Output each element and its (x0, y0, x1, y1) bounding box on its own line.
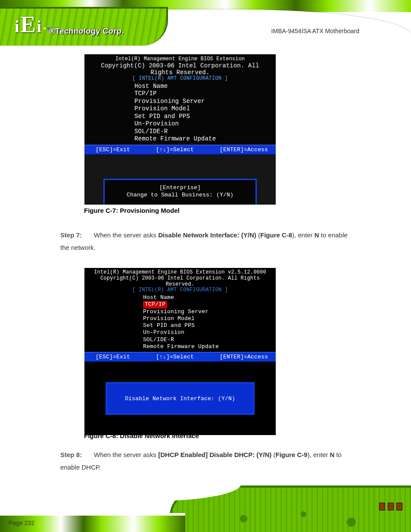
bios-dialog-area: Disable Network Interface: (Y/N) (84, 362, 276, 435)
bios-menu: Host Name TCP/IP Provisioning Server Pro… (84, 294, 276, 352)
page-footer (0, 485, 411, 532)
bios-dialog[interactable]: Disable Network Interface: (Y/N) (106, 382, 255, 415)
step-7-paragraph: Step 7:When the server asks Disable Netw… (60, 229, 358, 254)
bios-dialog-area: [Enterprise] Change to Small Business: (… (84, 155, 276, 205)
bios-title: Intel(R) Management Engine BIOS Extensio… (88, 270, 272, 276)
bios-help-bar: [ESC]=Exit [↑↓]=Select [ENTER]=Access (84, 145, 276, 155)
bios-menu-item[interactable]: Provisioning Server (134, 98, 276, 106)
body-text: ), enter (292, 231, 314, 239)
body-bold: Figure C-9 (276, 451, 308, 458)
body-bold: N (330, 451, 334, 458)
help-select: [↑↓]=Select (156, 146, 194, 153)
bios-menu: Host Name TCP/IP Provisioning Server Pro… (84, 83, 276, 145)
bios-menu-item[interactable]: SOL/IDE-R (143, 336, 276, 343)
body-text: When the server asks (94, 451, 158, 458)
body-bold: Disable Network Interface: (Y/N) (158, 231, 256, 239)
selected-highlight: TCP/IP (143, 301, 167, 308)
bios-title-area: Intel(R) Management Engine BIOS Extensio… (84, 55, 276, 83)
bios-copyright: Copyright(C) 2003-06 Intel Corporation. … (88, 276, 272, 288)
bios-menu-item-selected[interactable]: TCP/IP (143, 301, 276, 308)
bios-help-bar: [ESC]=Exit [↑↓]=Select [ENTER]=Access (84, 352, 276, 362)
step-8-paragraph: Step 8:When the server asks [DHCP Enable… (60, 449, 362, 473)
help-enter: [ENTER]=Access (220, 354, 268, 360)
bios-title-area: Intel(R) Management Engine BIOS Extensio… (84, 268, 276, 294)
help-enter: [ENTER]=Access (220, 146, 268, 153)
bios-section-label: [ INTEL(R) AMT CONFIGURATION ] (88, 287, 272, 293)
body-bold: Figure C-8 (260, 231, 292, 239)
bios-menu-item[interactable]: Provision Model (143, 315, 276, 322)
bios-menu-item[interactable]: Un-Provision (143, 329, 276, 336)
dialog-line: Change to Small Business: (Y/N) (105, 192, 255, 199)
doc-title: IMBA-9454ISA ATX Motherboard (271, 28, 359, 34)
bios-menu-item[interactable]: Un-Provision (134, 120, 276, 128)
company-logo: i E i (15, 11, 51, 38)
help-esc: [ESC]=Exit (96, 354, 130, 360)
help-esc: [ESC]=Exit (96, 146, 130, 153)
logo-letter: E (20, 11, 36, 38)
help-select: [↑↓]=Select (156, 354, 194, 360)
figure-caption: Figure C-8: Disable Network Interface (84, 432, 199, 439)
bios-copyright: Copyright(C) 2003-06 Intel Corporation. … (88, 62, 272, 76)
dialog-line: Disable Network Interface: (Y/N) (125, 395, 235, 402)
body-bold: [DHCP Enabled] Disable DHCP: (Y/N) (158, 451, 271, 458)
bios-section-label: [ INTEL(R) AMT CONFIGURATION ] (88, 76, 272, 82)
bios-menu-item[interactable]: Set PID and PPS (143, 322, 276, 329)
logo-letter: i (37, 16, 41, 37)
bios-menu-item[interactable]: Host Name (143, 294, 276, 301)
bios-menu-item[interactable]: SOL/IDE-R (134, 128, 276, 136)
bios-menu-item[interactable]: Remote Firmware Update (143, 343, 276, 350)
bios-screenshot-provision-model: Intel(R) Management Engine BIOS Extensio… (84, 54, 276, 198)
bios-dialog[interactable]: [Enterprise] Change to Small Business: (… (103, 179, 256, 205)
bios-menu-item[interactable]: Host Name (134, 83, 276, 90)
svg-point-0 (44, 27, 46, 30)
bios-menu-item[interactable]: Set PID and PPS (134, 113, 276, 121)
step-prefix: Step 8: (60, 449, 82, 461)
body-text: ( (271, 451, 275, 458)
body-text: ( (256, 231, 260, 239)
bios-menu-item[interactable]: Provision Model (134, 105, 276, 113)
bios-menu-item[interactable]: Provisioning Server (143, 308, 276, 315)
company-tagline: ®Technology Corp. (49, 27, 124, 36)
step-prefix: Step 7: (60, 229, 82, 242)
figure-caption: Figure C-7: Provisioning Model (84, 207, 180, 214)
bios-menu-item[interactable]: TCP/IP (134, 90, 276, 98)
body-text: When the server asks (94, 231, 158, 239)
body-bold: N (314, 231, 319, 239)
page-number: Page 232 (9, 520, 34, 526)
page-header: i E i ®Technology Corp. IMBA-9454ISA ATX… (0, 0, 411, 47)
logo-letter: i (15, 16, 19, 37)
bios-title: Intel(R) Management Engine BIOS Extensio… (89, 56, 271, 62)
dialog-line: [Enterprise] (105, 184, 255, 192)
body-text: ), enter (308, 451, 330, 458)
bios-menu-item[interactable]: Remote Firmware Update (134, 135, 276, 143)
footer-chip-icon (379, 503, 402, 510)
bios-screenshot-disable-network: Intel(R) Management Engine BIOS Extensio… (84, 268, 276, 425)
